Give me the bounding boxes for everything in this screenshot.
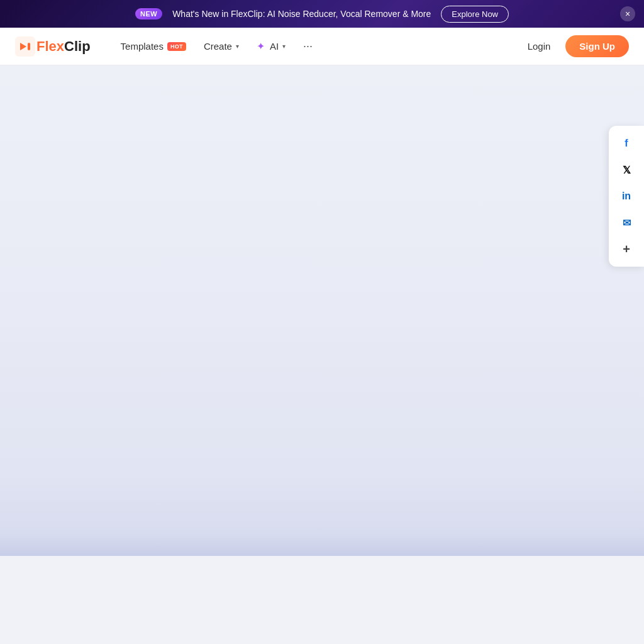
ai-chevron-icon: ▾ xyxy=(282,43,286,50)
svg-rect-1 xyxy=(28,43,30,50)
nav-templates[interactable]: Templates HOT xyxy=(113,36,194,57)
create-label: Create xyxy=(204,41,232,52)
new-badge: NEW xyxy=(135,8,162,19)
explore-now-button[interactable]: Explore Now xyxy=(441,6,509,23)
linkedin-icon: in xyxy=(622,191,631,202)
nav-create[interactable]: Create ▾ xyxy=(196,36,247,57)
navbar: FlexClip Templates HOT Create ▾ ✦ AI ▾ ·… xyxy=(0,28,644,65)
logo-text: FlexClip xyxy=(36,38,91,55)
more-share-button[interactable]: + xyxy=(614,236,639,262)
email-icon: ✉ xyxy=(623,217,631,229)
nav-right: Login Sign Up xyxy=(520,35,629,57)
social-sidebar: f 𝕏 in ✉ + xyxy=(609,126,644,267)
twitter-icon: 𝕏 xyxy=(623,164,631,176)
ai-label: AI xyxy=(270,41,279,52)
twitter-share-button[interactable]: 𝕏 xyxy=(614,157,639,182)
facebook-icon: f xyxy=(625,138,628,149)
ai-star-icon: ✦ xyxy=(257,40,265,52)
hot-badge: HOT xyxy=(167,42,186,51)
nav-items: Templates HOT Create ▾ ✦ AI ▾ ··· xyxy=(113,35,520,58)
announcement-text: What's New in FlexClip: AI Noise Reducer… xyxy=(172,9,431,19)
linkedin-share-button[interactable]: in xyxy=(614,184,639,209)
flexclip-logo-icon xyxy=(15,36,35,57)
announcement-banner: NEW What's New in FlexClip: AI Noise Red… xyxy=(0,0,644,28)
bottom-gradient xyxy=(0,480,644,556)
plus-icon: + xyxy=(623,242,630,257)
main-content xyxy=(0,65,644,556)
banner-close-button[interactable]: × xyxy=(620,6,635,21)
logo[interactable]: FlexClip xyxy=(15,36,91,57)
nav-more-button[interactable]: ··· xyxy=(296,35,320,58)
signup-button[interactable]: Sign Up xyxy=(565,35,629,57)
login-button[interactable]: Login xyxy=(520,36,558,57)
create-chevron-icon: ▾ xyxy=(236,43,239,50)
facebook-share-button[interactable]: f xyxy=(614,131,639,156)
nav-ai[interactable]: ✦ AI ▾ xyxy=(249,35,293,57)
email-share-button[interactable]: ✉ xyxy=(614,210,639,235)
templates-label: Templates xyxy=(121,41,164,52)
